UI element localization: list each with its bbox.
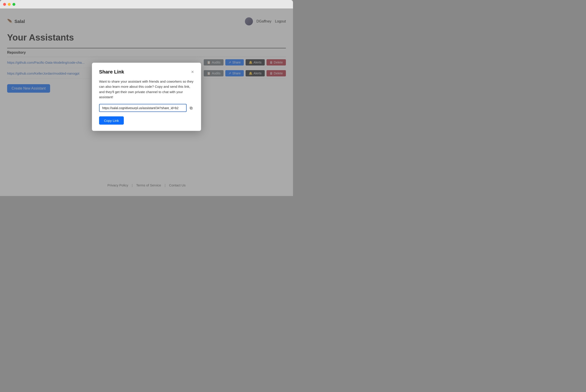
modal-header: Share Link × — [99, 69, 194, 75]
close-button[interactable] — [3, 3, 6, 6]
modal-link-row: ⧉ — [99, 104, 194, 112]
app-area: 🪶 Salal DGaffney Logout Your Assistants … — [0, 8, 293, 196]
copy-link-button[interactable]: Copy Link — [99, 116, 124, 125]
modal-title: Share Link — [99, 69, 124, 75]
copy-icon-button[interactable]: ⧉ — [188, 104, 194, 112]
share-link-modal: Share Link × Want to share your assistan… — [92, 63, 201, 131]
clipboard-icon: ⧉ — [190, 106, 193, 110]
minimize-button[interactable] — [8, 3, 11, 6]
modal-close-button[interactable]: × — [191, 70, 194, 74]
share-link-input[interactable] — [99, 104, 187, 112]
window-chrome — [0, 0, 293, 8]
modal-body-text: Want to share your assistant with friend… — [99, 79, 194, 100]
maximize-button[interactable] — [12, 3, 15, 6]
